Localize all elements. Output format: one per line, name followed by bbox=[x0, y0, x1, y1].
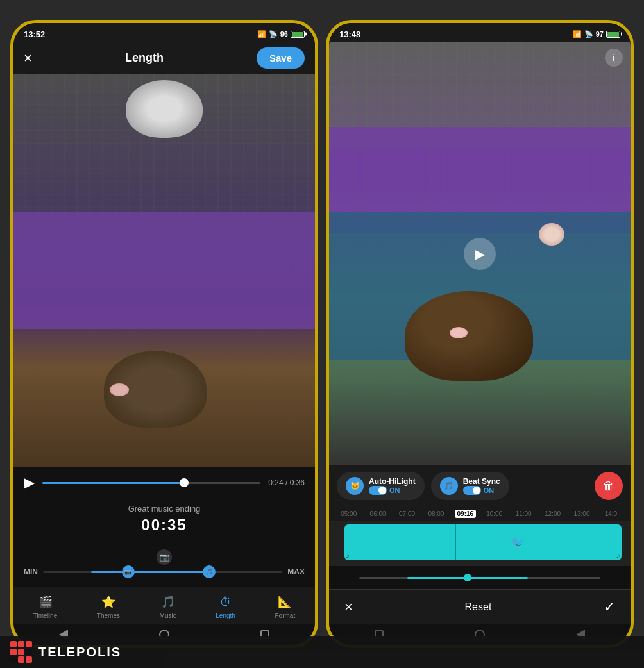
progress-track-1[interactable] bbox=[42, 482, 260, 484]
beat-sync-thumb bbox=[473, 487, 480, 494]
status-icons-1: 📶 📡 96 bbox=[257, 30, 305, 38]
bottom-nav-1: 🎬 Timeline ⭐ Themes 🎵 Music ⏱ Length 📐 bbox=[13, 587, 315, 624]
status-time-2: 13:48 bbox=[339, 29, 360, 39]
nav-item-timeline[interactable]: 🎬 Timeline bbox=[33, 594, 57, 619]
animal-top bbox=[126, 80, 203, 138]
nav-label-length: Length bbox=[216, 612, 235, 619]
progress-thumb-1 bbox=[180, 478, 189, 487]
logo-cell-8 bbox=[18, 656, 24, 663]
teal-bird-icon: 🐦 bbox=[511, 535, 525, 549]
battery-icon-1 bbox=[291, 31, 305, 38]
beat-sync-text: Beat Sync ON bbox=[463, 477, 500, 495]
purple-area bbox=[13, 212, 315, 330]
ruler-mark-5: 10:00 bbox=[480, 510, 509, 517]
trim-track[interactable] bbox=[359, 577, 600, 579]
beat-sync-pill[interactable]: 🎵 Beat Sync ON bbox=[431, 472, 509, 500]
phone-2-screen: 13:48 📶 📡 97 bbox=[329, 23, 631, 645]
ruler-mark-1: 05:00 bbox=[334, 510, 363, 517]
length-slider-track[interactable]: 📷 🎵 bbox=[43, 571, 282, 573]
action-reset-button[interactable]: Reset bbox=[465, 601, 492, 613]
logo-cell-4 bbox=[10, 649, 17, 655]
trim-fill bbox=[407, 577, 528, 579]
logo-cell-1 bbox=[10, 641, 17, 647]
action-confirm-button[interactable]: ✓ bbox=[604, 599, 615, 615]
brand-logo bbox=[10, 641, 32, 663]
nav-item-format[interactable]: 📐 Format bbox=[275, 594, 296, 619]
timeline-icon: 🎬 bbox=[37, 594, 54, 610]
action-bar: × Reset ✓ bbox=[329, 589, 631, 624]
progress-fill-1 bbox=[42, 482, 184, 484]
rat-nose-2 bbox=[450, 327, 468, 338]
logo-cell-5 bbox=[18, 649, 24, 655]
music-note-left: ♪ bbox=[346, 550, 350, 560]
battery-percent-2: 97 bbox=[596, 30, 604, 38]
phone-separator bbox=[318, 0, 326, 668]
nav-item-music[interactable]: 🎵 Music bbox=[160, 594, 176, 619]
rat-nose bbox=[110, 383, 129, 396]
save-button[interactable]: Save bbox=[257, 47, 305, 69]
info-button[interactable]: i bbox=[605, 49, 623, 67]
auto-hilight-label: Auto-HiLight bbox=[369, 477, 416, 486]
timeline-black-left bbox=[329, 524, 344, 560]
app-container: 13:52 📶 📡 96 × Length Save bbox=[0, 0, 644, 668]
rat-ear bbox=[539, 223, 564, 246]
timeline-ruler: 05:00 06:00 07:00 08:00 09:16 10:00 11:0… bbox=[329, 506, 631, 521]
logo-cell-7 bbox=[10, 656, 17, 663]
trim-thumb[interactable] bbox=[464, 574, 471, 581]
playback-bar-1: ▶ 0:24 / 0:36 bbox=[13, 467, 315, 499]
video-frame-1 bbox=[13, 74, 315, 467]
battery-icon-2 bbox=[606, 31, 620, 38]
nav-item-themes[interactable]: ⭐ Themes bbox=[97, 594, 120, 619]
play-button-1[interactable]: ▶ bbox=[24, 474, 35, 491]
action-close-button[interactable]: × bbox=[344, 599, 353, 615]
music-label: Great music ending bbox=[24, 504, 305, 514]
app-header-1: × Length Save bbox=[13, 42, 315, 74]
auto-hilight-state: ON bbox=[389, 487, 400, 494]
beat-sync-state: ON bbox=[484, 487, 495, 494]
phone-1-screen: 13:52 📶 📡 96 × Length Save bbox=[13, 23, 315, 645]
music-thumb[interactable]: 🎵 bbox=[203, 565, 216, 578]
instagram-icon: 📷 bbox=[157, 549, 172, 565]
controls-row: 🐱 Auto-HiLight ON 🎵 bbox=[329, 465, 631, 506]
auto-hilight-toggle[interactable]: ON bbox=[369, 486, 416, 495]
slider-fill bbox=[91, 571, 211, 573]
slider-row: MIN 📷 🎵 MAX bbox=[24, 567, 305, 576]
play-overlay-2[interactable]: ▶ bbox=[464, 238, 496, 270]
beat-sync-icon: 🎵 bbox=[440, 477, 458, 495]
beat-sync-toggle[interactable]: ON bbox=[463, 486, 500, 495]
ruler-mark-8: 13:00 bbox=[567, 510, 596, 517]
brand-name: TELEPOLIS bbox=[38, 645, 121, 660]
music-note-right: ♪ bbox=[616, 550, 620, 560]
auto-hilight-thumb bbox=[378, 487, 386, 494]
nav-label-timeline: Timeline bbox=[33, 612, 57, 619]
format-icon: 📐 bbox=[276, 594, 293, 610]
nav-item-length[interactable]: ⏱ Length bbox=[216, 594, 235, 619]
camera-thumb[interactable]: 📷 bbox=[122, 565, 135, 578]
time-display-1: 0:24 / 0:36 bbox=[268, 478, 305, 487]
teal-block[interactable]: 🐦 ♪ ♪ bbox=[344, 524, 622, 560]
header-title-1: Length bbox=[125, 51, 164, 65]
close-button-1[interactable]: × bbox=[24, 50, 32, 67]
beat-sync-label: Beat Sync bbox=[463, 477, 500, 486]
delete-button[interactable]: 🗑 bbox=[595, 472, 623, 500]
battery-percent-1: 96 bbox=[280, 30, 288, 38]
status-bar-2: 13:48 📶 📡 97 bbox=[329, 23, 631, 42]
phone-1: 13:52 📶 📡 96 × Length Save bbox=[10, 20, 318, 648]
logo-cell-3 bbox=[26, 641, 32, 647]
ruler-marks: 05:00 06:00 07:00 08:00 09:16 10:00 11:0… bbox=[329, 510, 631, 517]
min-label: MIN bbox=[24, 567, 38, 576]
teal-divider bbox=[455, 524, 456, 560]
auto-hilight-pill[interactable]: 🐱 Auto-HiLight ON bbox=[337, 472, 425, 500]
nav-label-format: Format bbox=[275, 612, 296, 619]
ruler-mark-2: 06:00 bbox=[363, 510, 392, 517]
video-area-2: ▶ i bbox=[329, 42, 631, 465]
phone-2: 13:48 📶 📡 97 bbox=[326, 20, 634, 648]
ruler-mark-3: 07:00 bbox=[393, 510, 421, 517]
music-icon: 🎵 bbox=[160, 594, 176, 610]
trim-section bbox=[329, 566, 631, 589]
nav-label-music: Music bbox=[160, 612, 176, 619]
logo-grid bbox=[10, 641, 32, 663]
status-bar-1: 13:52 📶 📡 96 bbox=[13, 23, 315, 42]
timeline-track: 🐦 ♪ ♪ bbox=[329, 521, 631, 566]
status-time-1: 13:52 bbox=[24, 29, 45, 39]
